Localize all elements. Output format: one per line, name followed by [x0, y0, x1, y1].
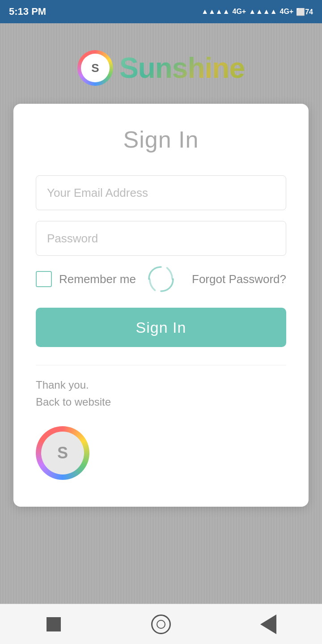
loading-spinner: [141, 259, 181, 299]
network-label-2: 4G+: [280, 8, 294, 16]
signal-icon-2: ▲▲▲▲: [249, 8, 277, 16]
bottom-logo-inner: S: [41, 432, 84, 475]
status-bar: 5:13 PM ▲▲▲▲ 4G+ ▲▲▲▲ 4G+ ⬜74: [0, 0, 322, 23]
app-title: Sunshine: [119, 51, 245, 85]
main-content: S Sunshine Sign In Remember me: [0, 23, 322, 542]
nav-bar: [0, 604, 322, 644]
forgot-password-link[interactable]: Forgot Password?: [192, 272, 286, 286]
password-input[interactable]: [36, 221, 286, 256]
back-to-website-link[interactable]: Back to website: [36, 396, 286, 408]
network-label-1: 4G+: [232, 8, 246, 16]
nav-circle-icon: [151, 614, 171, 634]
password-form-group: [36, 221, 286, 256]
logo-circle-large: S: [77, 50, 113, 86]
card-title: Sign In: [36, 126, 286, 153]
nav-back-icon: [260, 614, 276, 634]
nav-home-button[interactable]: [149, 613, 173, 636]
battery-indicator: ⬜74: [296, 8, 313, 16]
login-card: Sign In Remember me: [13, 104, 309, 507]
status-icons: ▲▲▲▲ 4G+ ▲▲▲▲ 4G+ ⬜74: [201, 8, 313, 16]
remember-me-checkbox[interactable]: [36, 271, 52, 287]
bottom-logo: S: [36, 426, 89, 480]
status-time: 5:13 PM: [9, 6, 46, 17]
nav-back-button[interactable]: [257, 613, 280, 636]
nav-square-icon: [47, 617, 61, 631]
remember-me-group: Remember me: [36, 271, 136, 287]
options-row: Remember me Forgot Password?: [36, 267, 286, 292]
signal-icon-1: ▲▲▲▲: [201, 8, 229, 16]
logo-circle-inner: S: [81, 54, 110, 82]
logo-area: S Sunshine: [77, 50, 245, 86]
nav-recent-button[interactable]: [42, 613, 65, 636]
nav-circle-inner-icon: [157, 620, 165, 629]
email-input[interactable]: [36, 175, 286, 210]
thank-you-text: Thank you.: [36, 379, 286, 391]
divider: [36, 365, 286, 365]
remember-me-label: Remember me: [59, 272, 136, 286]
email-form-group: [36, 175, 286, 210]
signin-button[interactable]: Sign In: [36, 308, 286, 347]
